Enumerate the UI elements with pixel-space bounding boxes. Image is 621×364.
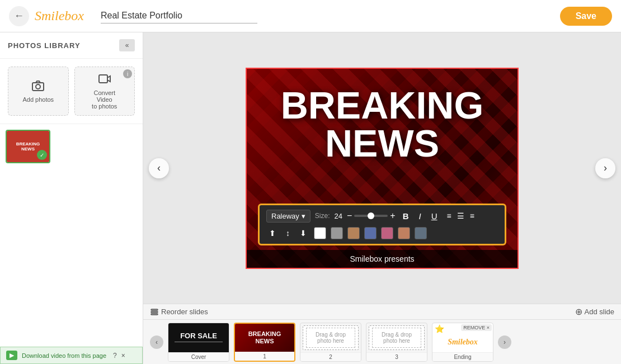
size-value: 24 bbox=[335, 212, 342, 220]
reorder-slides-button[interactable]: Reorder slides bbox=[150, 308, 208, 316]
slide-label-3: 3 bbox=[366, 352, 427, 361]
sidebar-title: PHOTOS LIBRARY bbox=[8, 41, 81, 50]
slide-thumb-ending[interactable]: ⭐ REMOVE × Smilebox Ending bbox=[432, 323, 493, 362]
smilebox-presents: Smilebox presents bbox=[247, 250, 518, 268]
color-swatch-white[interactable] bbox=[314, 227, 326, 239]
collapse-sidebar-button[interactable]: « bbox=[119, 39, 135, 51]
color-swatch-teal[interactable] bbox=[415, 227, 427, 239]
slide-line1: BREAKING bbox=[247, 86, 518, 124]
strip-next-button[interactable]: › bbox=[498, 335, 511, 349]
valign-bot-button[interactable]: ⬇ bbox=[297, 228, 309, 239]
sidebar-header: PHOTOS LIBRARY « bbox=[0, 32, 143, 59]
logo: Smilebox bbox=[35, 8, 84, 23]
add-photos-label: Add photos bbox=[22, 96, 54, 103]
strip-top-row: Reorder slides ⊕ Add slide bbox=[143, 304, 621, 320]
size-decrease-button[interactable]: − bbox=[347, 211, 352, 220]
color-swatch-brown[interactable] bbox=[347, 227, 360, 239]
photo-check-icon: ✓ bbox=[37, 150, 47, 160]
project-title-input[interactable] bbox=[101, 8, 257, 23]
svg-rect-3 bbox=[151, 309, 158, 310]
slide-thumb-3[interactable]: Drag & dropphoto here 3 bbox=[366, 323, 427, 362]
slide-label-1: 1 bbox=[235, 352, 294, 361]
convert-label: ConvertVideoto photos bbox=[92, 89, 117, 110]
sidebar: PHOTOS LIBRARY « Add photos ConvertVideo… bbox=[0, 32, 143, 364]
align-center-button[interactable]: ☰ bbox=[455, 210, 467, 221]
remove-ending-button[interactable]: REMOVE × bbox=[461, 324, 492, 331]
camera-icon bbox=[31, 79, 45, 93]
svg-rect-2 bbox=[99, 75, 107, 83]
font-dropdown-icon: ▾ bbox=[302, 212, 305, 220]
help-icon[interactable]: ? bbox=[113, 352, 117, 360]
close-download-icon[interactable]: × bbox=[121, 352, 125, 360]
svg-rect-4 bbox=[151, 311, 158, 313]
slide-canvas[interactable]: BREAKING NEWS Raleway ▾ Size: 24 − bbox=[246, 68, 519, 269]
slide-thumb-cover[interactable]: FOR SALE Cover bbox=[168, 323, 229, 362]
add-photos-button[interactable]: Add photos bbox=[8, 67, 69, 116]
color-swatch-orange[interactable] bbox=[398, 227, 410, 239]
add-icon: ⊕ bbox=[575, 306, 582, 317]
text-toolbar: Raleway ▾ Size: 24 − + B I U bbox=[258, 204, 506, 245]
align-group: ≡ ☰ ≡ bbox=[445, 210, 477, 221]
slide-thumb-2-img: Drag & dropphoto here bbox=[303, 325, 359, 350]
video-icon bbox=[98, 73, 111, 86]
canvas-area: ‹ BREAKING NEWS Raleway ▾ bbox=[143, 32, 621, 364]
slide-line2: NEWS bbox=[247, 124, 518, 162]
add-slide-label: Add slide bbox=[585, 308, 614, 316]
photo-thumbnail[interactable]: BREAKINGNEWS ✓ bbox=[6, 130, 50, 163]
toolbar-row2: ⬆ ↕ ⬇ bbox=[266, 227, 498, 239]
valign-top-button[interactable]: ⬆ bbox=[266, 228, 279, 239]
slide-thumb-1[interactable]: BREAKINGNEWS 1 bbox=[234, 323, 295, 362]
sidebar-photos: BREAKINGNEWS ✓ bbox=[0, 124, 143, 169]
svg-rect-5 bbox=[151, 314, 158, 315]
valign-mid-button[interactable]: ↕ bbox=[283, 228, 293, 239]
convert-video-button[interactable]: ConvertVideoto photos i bbox=[74, 67, 135, 116]
save-button[interactable]: Save bbox=[560, 7, 612, 26]
presents-text: Smilebox presents bbox=[350, 254, 414, 263]
download-bar: ▶ Download video from this page ? × bbox=[0, 347, 143, 364]
reorder-icon bbox=[150, 308, 159, 316]
canvas-wrapper: ‹ BREAKING NEWS Raleway ▾ bbox=[143, 32, 621, 304]
color-swatch-gray[interactable] bbox=[331, 227, 343, 239]
size-label: Size: bbox=[315, 212, 330, 220]
bold-button[interactable]: B bbox=[400, 210, 412, 222]
color-swatch-pink[interactable] bbox=[381, 227, 393, 239]
align-right-button[interactable]: ≡ bbox=[468, 210, 477, 221]
slide-thumb-ending-img: Smilebox bbox=[432, 332, 493, 352]
font-name: Raleway bbox=[271, 212, 299, 220]
slide-label-ending: Ending bbox=[432, 352, 493, 361]
ending-star-icon: ⭐ bbox=[435, 324, 444, 333]
slide-thumb-3-img: Drag & dropphoto here bbox=[369, 325, 425, 350]
sidebar-actions: Add photos ConvertVideoto photos i bbox=[0, 59, 143, 124]
size-slider[interactable] bbox=[354, 215, 388, 217]
strip-prev-button[interactable]: ‹ bbox=[150, 335, 163, 349]
slide-thumb-2[interactable]: Drag & dropphoto here 2 bbox=[300, 323, 361, 362]
next-slide-button[interactable]: › bbox=[595, 158, 615, 178]
slide-thumb-1-img: BREAKINGNEWS bbox=[235, 324, 294, 352]
slide-title: BREAKING NEWS bbox=[247, 86, 518, 162]
slide-label-2: 2 bbox=[300, 352, 361, 361]
download-label: Download video from this page bbox=[22, 352, 106, 359]
slide-label-cover: Cover bbox=[168, 352, 229, 361]
info-icon: i bbox=[123, 69, 132, 78]
download-icon-play: ▶ bbox=[6, 351, 17, 360]
reorder-label: Reorder slides bbox=[161, 308, 208, 316]
prev-slide-button[interactable]: ‹ bbox=[149, 158, 169, 178]
slides-strip: ‹ FOR SALE Cover BREAKINGNEWS 1 bbox=[143, 320, 621, 364]
slider-container: − + bbox=[347, 211, 396, 220]
color-swatch-blue[interactable] bbox=[364, 227, 377, 239]
bottom-area: Reorder slides ⊕ Add slide ‹ FOR SALE Co… bbox=[143, 304, 621, 364]
thumb-text: BREAKINGNEWS bbox=[16, 141, 40, 152]
header: ← Smilebox Save bbox=[0, 0, 621, 32]
add-slide-button[interactable]: ⊕ Add slide bbox=[575, 306, 614, 317]
toolbar-row1: Raleway ▾ Size: 24 − + B I U bbox=[266, 210, 498, 223]
svg-point-1 bbox=[36, 84, 40, 89]
underline-button[interactable]: U bbox=[429, 210, 440, 222]
size-increase-button[interactable]: + bbox=[390, 211, 395, 220]
main-content: PHOTOS LIBRARY « Add photos ConvertVideo… bbox=[0, 32, 621, 364]
italic-button[interactable]: I bbox=[416, 210, 424, 222]
slide-thumb-cover-img: FOR SALE bbox=[168, 323, 229, 352]
font-select[interactable]: Raleway ▾ bbox=[266, 210, 310, 223]
align-left-button[interactable]: ≡ bbox=[445, 210, 454, 221]
back-button[interactable]: ← bbox=[9, 6, 29, 26]
